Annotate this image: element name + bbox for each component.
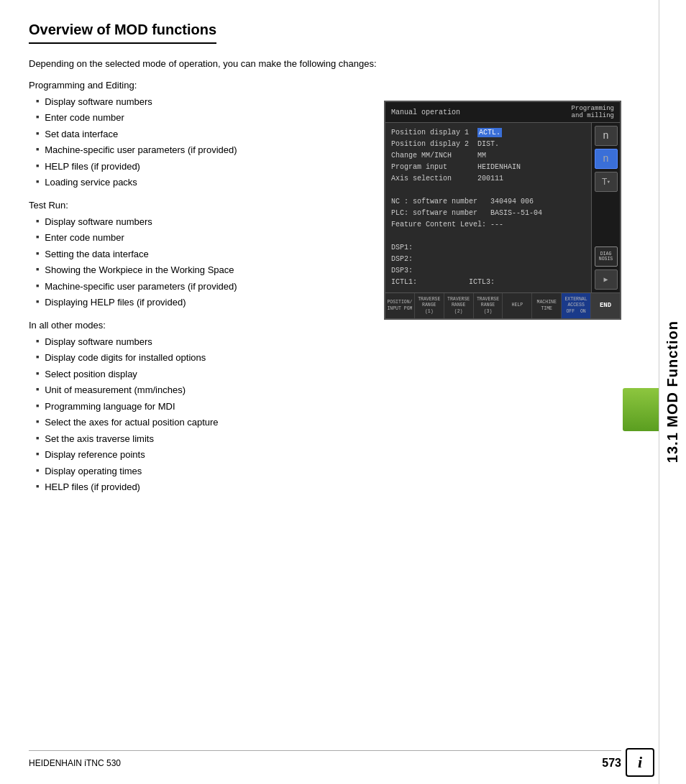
list-item: Select position display — [36, 367, 621, 382]
footer-btn-traverse1[interactable]: TRAVERSERANGE(1) — [415, 293, 444, 318]
screen-footer: POSITION/INPUT PGM TRAVERSERANGE(1) TRAV… — [385, 292, 620, 318]
sidebar-btn-n2[interactable]: n — [595, 149, 618, 169]
footer-btn-traverse3[interactable]: TRAVERSERANGE(3) — [474, 293, 503, 318]
list-item: Set the axis traverse limits — [36, 432, 621, 446]
screen-display: Manual operation Programming and milling… — [384, 101, 621, 320]
screen-line-12: DSP2: — [391, 254, 585, 265]
screen-line-4: Program input HEIDENHAIN — [391, 162, 585, 173]
screen-line-3: Change MM/INCH MM — [391, 150, 585, 162]
screen-line-14: ICTL1: ICTL3: — [391, 277, 585, 288]
screen-line-13: DSP3: — [391, 265, 585, 277]
screen-line-5: Axis selection 200111 — [391, 173, 585, 185]
info-icon-box: i — [626, 748, 654, 777]
list-item: Select the axes for actual position capt… — [36, 415, 621, 430]
screen-line-6 — [391, 185, 585, 196]
intro-paragraph: Depending on the selected mode of operat… — [29, 57, 621, 71]
screen-mode-context: Programming and milling — [572, 105, 614, 119]
footer-btn-position[interactable]: POSITION/INPUT PGM — [385, 293, 415, 318]
list-item: Display software numbers — [36, 335, 621, 349]
sidebar-btn-arrow[interactable]: ▶ — [595, 269, 618, 290]
list-item: Display reference points — [36, 448, 621, 462]
footer-brand: HEIDENHAIN iTNC 530 — [29, 758, 121, 768]
section-heading-programming: Programming and Editing: — [29, 80, 621, 91]
screen-main-area: Position display 1 ACTL. Position displa… — [385, 123, 591, 292]
screen-mode-label: Manual operation — [391, 109, 460, 116]
info-icon: i — [638, 753, 642, 772]
section-heading-other: In all other modes: — [29, 320, 621, 331]
screen-line-9: Feature Content Level: --- — [391, 219, 585, 231]
screen-line-11: DSP1: — [391, 242, 585, 254]
chapter-tab: 13.1 MOD Function — [659, 0, 686, 784]
chapter-title: 13.1 MOD Function — [664, 320, 681, 463]
list-item: Programming language for MDI — [36, 400, 621, 414]
list-item: Unit of measurement (mm/inches) — [36, 383, 621, 397]
list-item: Display code digits for installed option… — [36, 351, 621, 365]
footer-btn-traverse2[interactable]: TRAVERSERANGE(2) — [444, 293, 474, 318]
list-item: HELP files (if provided) — [36, 480, 621, 494]
screen-line-1: Position display 1 ACTL. — [391, 127, 585, 139]
screen-line-10 — [391, 231, 585, 242]
sidebar-btn-t[interactable]: T▼ — [595, 172, 618, 192]
green-accent-bar — [623, 388, 659, 431]
footer-btn-end[interactable]: END — [591, 293, 620, 318]
footer-btn-external-access[interactable]: EXTERNALACCESSOFF ON — [562, 293, 591, 318]
page-title: Overview of MOD functions — [29, 22, 216, 44]
screen-header: Manual operation Programming and milling — [385, 102, 620, 123]
sidebar-btn-n1[interactable]: n — [595, 126, 618, 146]
page-footer: HEIDENHAIN iTNC 530 573 — [29, 750, 621, 770]
other-modes-list: Display software numbers Display code di… — [36, 335, 621, 494]
screen-sidebar: n n T▼ DIAGNOSIS ▶ — [591, 123, 620, 292]
sidebar-btn-diagnosis[interactable]: DIAGNOSIS — [595, 246, 618, 267]
highlight-actl: ACTL. — [477, 128, 502, 137]
footer-page-number: 573 — [602, 757, 621, 770]
screen-line-2: Position display 2 DIST. — [391, 139, 585, 150]
footer-btn-help[interactable]: HELP — [503, 293, 532, 318]
screen-simulation: Manual operation Programming and milling… — [384, 101, 621, 320]
screen-line-7: NC : software number 340494 006 — [391, 196, 585, 208]
screen-line-8: PLC: software number BASIS--51-04 — [391, 208, 585, 219]
list-item: Display operating times — [36, 464, 621, 479]
screen-body: Position display 1 ACTL. Position displa… — [385, 123, 620, 292]
footer-btn-machine-time[interactable]: MACHINETIME — [532, 293, 562, 318]
